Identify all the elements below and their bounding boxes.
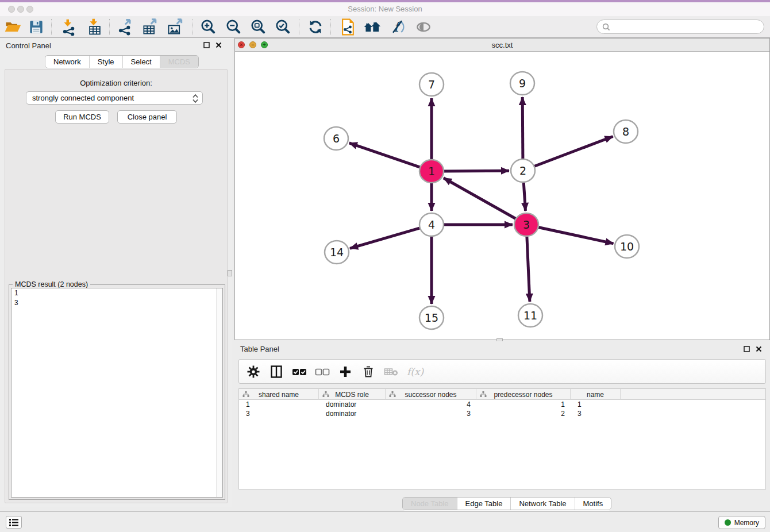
- vertical-splitter-grip[interactable]: [228, 270, 232, 276]
- toggle-graphics-details-icon[interactable]: f: [387, 18, 408, 36]
- svg-text:2: 2: [519, 164, 526, 177]
- save-session-icon[interactable]: [26, 18, 47, 36]
- float-panel-icon[interactable]: [744, 346, 750, 352]
- svg-text:7: 7: [428, 78, 435, 91]
- graph-node-15[interactable]: 15: [419, 306, 444, 329]
- task-history-button[interactable]: [6, 516, 22, 529]
- minimize-network-icon[interactable]: −: [249, 41, 256, 48]
- tab-network-table[interactable]: Network Table: [510, 498, 574, 510]
- table-cell[interactable]: 3: [386, 409, 476, 418]
- create-column-icon[interactable]: [338, 364, 353, 379]
- network-graph[interactable]: 7968124314101511: [235, 52, 769, 340]
- delete-table-icon-disabled[interactable]: [384, 364, 399, 379]
- function-builder-icon-disabled[interactable]: f(x): [407, 366, 424, 377]
- mcds-panel: Optimization criterion: strongly connect…: [5, 69, 228, 503]
- column-header-name[interactable]: name: [571, 389, 621, 400]
- import-table-icon[interactable]: [84, 18, 105, 36]
- close-panel-icon[interactable]: [756, 346, 762, 352]
- mcds-result-item[interactable]: 3: [11, 298, 222, 308]
- export-image-icon[interactable]: [165, 18, 186, 36]
- mcds-result-item[interactable]: 1: [11, 288, 222, 298]
- zoom-in-icon[interactable]: [198, 18, 218, 36]
- graph-node-10[interactable]: 10: [615, 235, 639, 258]
- tab-node-table[interactable]: Node Table: [403, 498, 457, 510]
- table-cell[interactable]: dominator: [319, 409, 386, 418]
- graph-node-8[interactable]: 8: [614, 120, 638, 143]
- mcds-result-list[interactable]: 13: [11, 288, 223, 498]
- table-cell[interactable]: 2: [476, 409, 571, 418]
- export-table-icon[interactable]: [140, 18, 160, 36]
- close-panel-icon[interactable]: [215, 42, 222, 48]
- graph-edge-3-10[interactable]: [538, 228, 614, 244]
- close-panel-button[interactable]: Close panel: [117, 110, 177, 124]
- graph-edge-3-11[interactable]: [527, 237, 530, 302]
- table-cell[interactable]: dominator: [319, 400, 386, 409]
- graph-node-2[interactable]: 2: [511, 159, 535, 182]
- select-all-columns-icon[interactable]: [292, 364, 307, 379]
- show-hide-icon[interactable]: [413, 18, 434, 36]
- scrollbar[interactable]: [216, 288, 222, 497]
- float-panel-icon[interactable]: [203, 42, 210, 48]
- graph-node-4[interactable]: 4: [419, 213, 444, 236]
- home-icon[interactable]: [362, 18, 383, 36]
- table-cell[interactable]: 4: [386, 400, 476, 409]
- tab-select[interactable]: Select: [122, 56, 160, 68]
- graph-node-14[interactable]: 14: [325, 241, 349, 264]
- column-header-predecessor-nodes[interactable]: predecessor nodes: [476, 389, 571, 400]
- refresh-view-icon[interactable]: [305, 18, 326, 36]
- graph-edge-2-9[interactable]: [522, 97, 523, 159]
- table-cell[interactable]: 1: [476, 400, 571, 409]
- graph-edge-3-1[interactable]: [444, 178, 516, 219]
- window-titlebar: Session: New Session: [0, 2, 770, 16]
- graph-edge-1-6[interactable]: [349, 143, 420, 167]
- list-icon: [9, 518, 19, 527]
- graph-edge-1-2[interactable]: [444, 171, 509, 171]
- tab-motifs[interactable]: Motifs: [575, 498, 611, 510]
- table-cell[interactable]: 3: [239, 409, 319, 418]
- graph-node-7[interactable]: 7: [419, 73, 444, 96]
- column-header-MCDS-role[interactable]: MCDS role: [319, 389, 386, 400]
- tab-edge-table[interactable]: Edge Table: [457, 498, 511, 510]
- table-cell[interactable]: 1: [571, 400, 621, 409]
- open-session-icon[interactable]: [2, 18, 23, 36]
- graph-node-11[interactable]: 11: [518, 304, 542, 327]
- graph-edge-4-14[interactable]: [350, 228, 420, 248]
- column-header-successor-nodes[interactable]: successor nodes: [386, 389, 476, 400]
- tab-network[interactable]: Network: [45, 56, 89, 68]
- tab-mcds[interactable]: MCDS: [160, 56, 198, 68]
- zoom-fit-icon[interactable]: [248, 18, 268, 36]
- main-toolbar: f: [0, 16, 770, 38]
- table-row[interactable]: 1dominator411: [239, 400, 765, 409]
- graph-edge-2-8[interactable]: [534, 137, 613, 167]
- search-input[interactable]: [596, 20, 764, 34]
- delete-column-trash-icon[interactable]: [361, 364, 376, 379]
- column-header-shared-name[interactable]: shared name: [239, 389, 319, 400]
- network-from-file-icon[interactable]: [337, 18, 358, 36]
- export-network-icon[interactable]: [115, 18, 136, 36]
- close-network-icon[interactable]: ×: [238, 41, 245, 48]
- graph-node-9[interactable]: 9: [510, 72, 534, 95]
- window-title: Session: New Session: [0, 2, 770, 16]
- tab-style[interactable]: Style: [89, 56, 122, 68]
- graph-node-3[interactable]: 3: [514, 213, 538, 236]
- control-panel-tabs: NetworkStyleSelectMCDS: [45, 55, 199, 68]
- zoom-selected-icon[interactable]: [272, 18, 293, 36]
- network-canvas[interactable]: 7968124314101511: [235, 52, 769, 340]
- run-mcds-button[interactable]: Run MCDS: [55, 110, 109, 124]
- graph-node-6[interactable]: 6: [324, 127, 348, 150]
- graph-edge-2-3[interactable]: [523, 183, 525, 211]
- table-settings-gear-icon[interactable]: [246, 364, 261, 379]
- graph-node-1[interactable]: 1: [419, 160, 444, 183]
- memory-status-icon: [725, 519, 731, 526]
- maximize-network-icon[interactable]: +: [261, 41, 268, 48]
- table-cell[interactable]: 1: [239, 400, 319, 409]
- table-cell[interactable]: 3: [571, 409, 621, 418]
- table-row[interactable]: 3dominator323: [239, 409, 765, 418]
- zoom-out-icon[interactable]: [223, 18, 244, 36]
- show-column-panel-icon[interactable]: [269, 364, 284, 379]
- criterion-select[interactable]: strongly connected component: [26, 91, 203, 105]
- memory-button[interactable]: Memory: [718, 516, 765, 529]
- import-network-icon[interactable]: [59, 18, 79, 36]
- unselect-all-columns-icon[interactable]: [315, 364, 330, 379]
- svg-text:8: 8: [622, 125, 629, 138]
